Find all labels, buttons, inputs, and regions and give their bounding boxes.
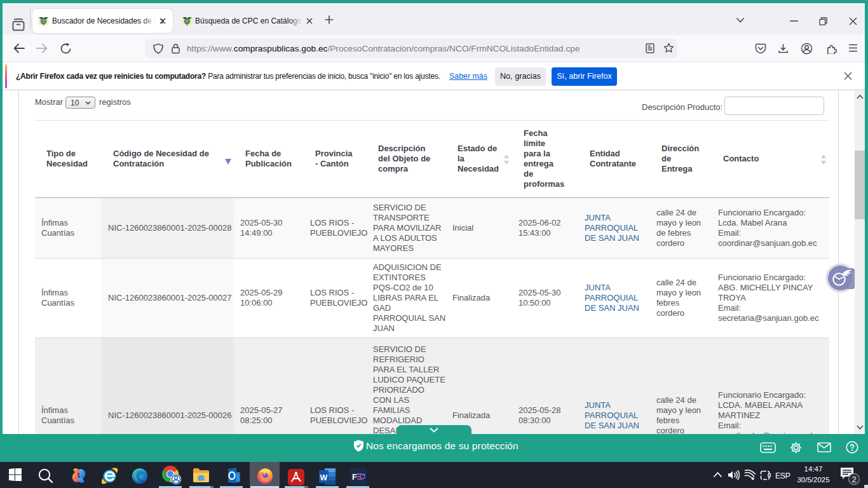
svg-text:F: F: [352, 472, 357, 482]
svg-text:W: W: [320, 473, 328, 482]
svg-text:2: 2: [851, 475, 856, 484]
